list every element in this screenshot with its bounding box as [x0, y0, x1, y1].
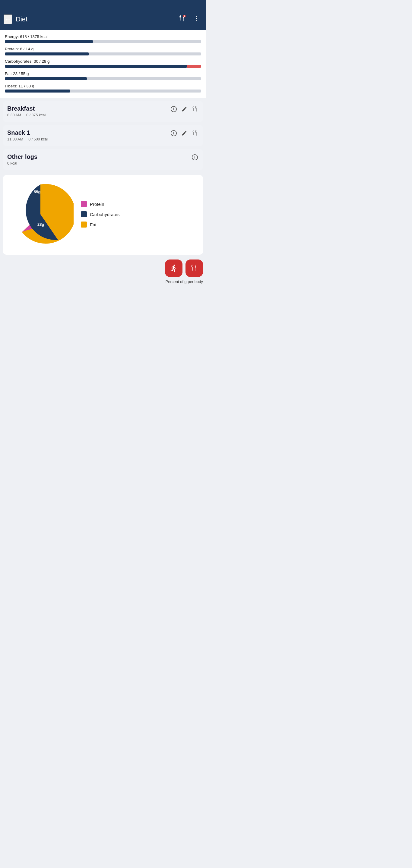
bottom-text: Percent of g per body	[0, 277, 206, 290]
carbs-legend-label: Carbohydrates	[90, 212, 119, 217]
nutrition-summary: Energy: 618 / 1375 kcal Protein: 6 / 14 …	[0, 30, 206, 98]
edit-icon	[181, 106, 187, 112]
exercise-icon	[170, 264, 178, 273]
breakfast-card: Breakfast 8:30 AM 0 / 875 kcal i	[3, 101, 203, 122]
carbs-legend-dot	[81, 211, 87, 217]
add-food-icon	[192, 130, 198, 136]
macro-chart-section: 55g 14g 28g Protein Carbohydrates Fat	[3, 175, 203, 255]
header: ← Diet	[0, 8, 206, 30]
fat-fill	[5, 77, 87, 80]
fibers-row: Fibers: 11 / 33 g	[5, 84, 201, 93]
page-title: Diet	[16, 16, 177, 23]
svg-text:i: i	[173, 107, 174, 111]
energy-label: Energy: 618 / 1375 kcal	[5, 34, 201, 39]
svg-point-5	[196, 20, 197, 21]
other-logs-calories: 0 kcal	[7, 161, 191, 165]
more-options-button[interactable]	[192, 14, 201, 25]
legend-fat: Fat	[81, 221, 119, 227]
breakfast-info: Breakfast 8:30 AM 0 / 875 kcal	[7, 105, 170, 117]
add-food-icon	[192, 106, 198, 113]
fibers-label: Fibers: 11 / 33 g	[5, 84, 201, 88]
breakfast-name: Breakfast	[7, 105, 170, 112]
protein-legend-label: Protein	[90, 202, 105, 207]
meal-icon	[190, 264, 199, 273]
snack1-sub: 11:00 AM 0 / 500 kcal	[7, 137, 170, 141]
more-icon	[193, 15, 200, 22]
carbs-fill	[5, 65, 187, 68]
other-logs-info-button[interactable]: i	[191, 153, 199, 163]
energy-row: Energy: 618 / 1375 kcal	[5, 34, 201, 43]
legend-carbs: Carbohydrates	[81, 211, 119, 217]
energy-fill	[5, 40, 93, 43]
info-icon: i	[170, 130, 177, 136]
svg-text:i: i	[194, 155, 195, 159]
edit-icon	[181, 130, 187, 136]
fibers-progress	[5, 90, 201, 93]
fat-chart-label: 55g	[34, 190, 40, 194]
carbs-label: Carbohydrates: 30 / 28 g	[5, 59, 201, 64]
legend-protein: Protein	[81, 201, 119, 207]
snack1-info-button[interactable]: i	[170, 129, 178, 138]
snack1-edit-button[interactable]	[181, 130, 188, 138]
breakfast-actions: i	[170, 105, 199, 115]
protein-chart-label: 14g	[16, 224, 22, 228]
fat-label: Fat: 23 / 55 g	[5, 71, 201, 76]
breakfast-sub: 8:30 AM 0 / 875 kcal	[7, 113, 170, 117]
fibers-fill	[5, 90, 70, 93]
protein-progress	[5, 53, 201, 56]
fab-exercise-button[interactable]	[165, 259, 182, 277]
back-button[interactable]: ←	[4, 14, 12, 24]
add-meal-button[interactable]	[177, 13, 187, 25]
snack1-add-food-button[interactable]	[191, 129, 199, 138]
breakfast-info-button[interactable]: i	[170, 105, 178, 115]
other-logs-name: Other logs	[7, 153, 191, 160]
breakfast-add-food-button[interactable]	[191, 105, 199, 115]
chart-legend: Protein Carbohydrates Fat	[81, 201, 119, 227]
snack1-actions: i	[170, 129, 199, 138]
snack1-name: Snack 1	[7, 129, 170, 136]
snack1-info: Snack 1 11:00 AM 0 / 500 kcal	[7, 129, 170, 141]
fab-area	[0, 255, 206, 277]
fat-legend-dot	[81, 221, 87, 227]
info-icon: i	[170, 106, 177, 113]
protein-row: Protein: 6 / 14 g	[5, 47, 201, 56]
other-logs-info: Other logs 0 kcal	[7, 153, 191, 165]
snack1-card: Snack 1 11:00 AM 0 / 500 kcal i	[3, 125, 203, 146]
info-icon: i	[192, 154, 198, 161]
svg-point-3	[196, 16, 197, 17]
fat-row: Fat: 23 / 55 g	[5, 71, 201, 80]
pie-chart: 55g 14g 28g	[7, 181, 73, 247]
svg-point-4	[196, 18, 197, 19]
bottom-label: Percent of g per body	[166, 279, 203, 284]
header-actions	[177, 13, 201, 25]
protein-legend-dot	[81, 201, 87, 207]
fab-add-meal-button[interactable]	[185, 259, 203, 277]
fat-progress	[5, 77, 201, 80]
carbs-overflow	[187, 65, 201, 68]
protein-label: Protein: 6 / 14 g	[5, 47, 201, 51]
other-logs-card: Other logs 0 kcal i	[3, 149, 203, 170]
energy-progress	[5, 40, 201, 43]
carbs-row: Carbohydrates: 30 / 28 g	[5, 59, 201, 68]
protein-fill	[5, 53, 89, 56]
svg-text:i: i	[173, 131, 174, 135]
breakfast-edit-button[interactable]	[181, 105, 188, 114]
fat-legend-label: Fat	[90, 222, 96, 227]
add-meal-icon	[178, 14, 186, 22]
carbs-progress	[5, 65, 201, 68]
carbs-chart-label: 28g	[37, 222, 44, 227]
